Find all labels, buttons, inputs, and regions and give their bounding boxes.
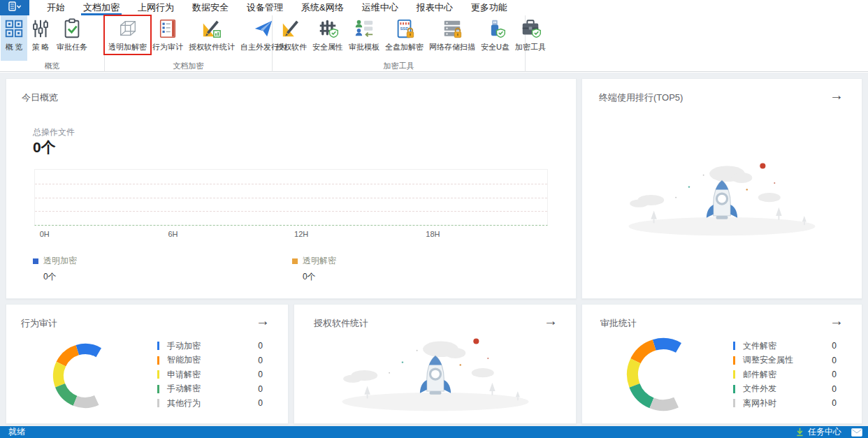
full-disk-crypt-icon: SSD xyxy=(394,18,415,39)
ribbon-item-label: 审批模板 xyxy=(349,42,379,52)
outgoing-behavior-icon xyxy=(253,18,274,39)
rocket-empty-state-illustration xyxy=(324,331,547,421)
legend-item: 离网补时0 xyxy=(733,399,837,407)
overview-grid-icon xyxy=(3,18,24,39)
ribbon-item[interactable]: 策 略 xyxy=(27,15,54,60)
task-center-button[interactable]: 任务中心 xyxy=(795,426,862,438)
legend-label: 离网补时 xyxy=(743,397,776,409)
ribbon-item[interactable]: 行为审计 xyxy=(150,15,186,60)
status-text: 就绪 xyxy=(8,426,25,438)
card-today-overview: 今日概览 总操作文件 0个 0H6H12H18H 透明加密0个透明解密0个 xyxy=(6,78,577,299)
security-attribute-icon xyxy=(317,18,338,39)
legend-label: 透明解密 xyxy=(303,255,336,267)
legend-swatch xyxy=(733,356,735,365)
legend-item: 其他行为0 xyxy=(157,399,263,407)
x-tick-label: 6H xyxy=(168,230,178,238)
svg-text:SSD: SSD xyxy=(400,27,408,31)
legend-item: 申请解密0 xyxy=(157,370,263,379)
task-center-label: 任务中心 xyxy=(808,426,841,438)
menu-tab-6[interactable]: 运维中心 xyxy=(353,0,407,15)
menu-tab-2[interactable]: 上网行为 xyxy=(129,0,183,15)
card-approval-stats: 审批统计 → 文件解密0调整安全属性0邮件解密0文件外发0离网补时0 xyxy=(581,304,862,424)
arrow-right-icon[interactable]: → xyxy=(830,87,844,103)
ribbon-item-label: 安全属性 xyxy=(312,42,343,52)
legend-item: 文件外发0 xyxy=(733,385,837,393)
mail-icon[interactable] xyxy=(851,428,862,437)
legend-swatch xyxy=(157,356,159,365)
legend-item: 文件解密0 xyxy=(733,342,837,350)
network-storage-scan-icon xyxy=(442,18,463,39)
ribbon-item-label: 行为审计 xyxy=(152,42,183,52)
legend-value: 0 xyxy=(258,356,263,365)
legend-label: 透明加密 xyxy=(43,255,77,267)
ribbon-item[interactable]: SSD全盘加解密 xyxy=(382,15,426,60)
app-menu-button[interactable] xyxy=(0,0,29,15)
ribbon-item[interactable]: 概 览 xyxy=(1,15,27,61)
menu-tab-5[interactable]: 系统&网络 xyxy=(292,0,353,15)
menu-tab-7[interactable]: 报表中心 xyxy=(407,0,462,15)
arrow-right-icon[interactable]: → xyxy=(256,313,270,328)
menu-tab-4[interactable]: 设备管理 xyxy=(238,0,292,15)
legend-value: 0 xyxy=(832,341,837,351)
legend-swatch xyxy=(733,370,735,379)
app-menu-icon xyxy=(7,1,22,14)
card-software-stats: 授权软件统计 → xyxy=(294,304,577,424)
legend-swatch xyxy=(157,385,159,393)
ribbon-item[interactable]: 网络存储扫描 xyxy=(426,15,478,60)
legend-item: 智能加密0 xyxy=(157,356,263,365)
legend-value: 0 xyxy=(832,356,837,365)
legend-value: 0 xyxy=(258,384,263,394)
legend-item: 调整安全属性0 xyxy=(733,356,837,365)
legend-label: 文件外发 xyxy=(743,383,776,395)
menu-tab-3[interactable]: 数据安全 xyxy=(183,0,238,15)
card-title: 今日概览 xyxy=(22,92,58,104)
policy-sliders-icon xyxy=(30,18,51,39)
today-line-chart xyxy=(34,169,548,226)
menu-tab-1[interactable]: 文档加密 xyxy=(74,0,129,15)
arrow-right-icon[interactable]: → xyxy=(830,313,844,328)
ribbon-item[interactable]: 透明加解密 xyxy=(106,15,150,60)
legend-label: 邮件解密 xyxy=(743,369,776,381)
legend-value: 0 xyxy=(258,341,263,351)
x-tick-label: 0H xyxy=(40,230,50,238)
ribbon-header: 开始文档加密上网行为数据安全设备管理系统&网络运维中心报表中心更多功能 概 览策… xyxy=(0,0,868,72)
menu-tab-0[interactable]: 开始 xyxy=(38,0,74,15)
ribbon-item[interactable]: 授权软件 xyxy=(273,15,310,60)
card-title: 终端使用排行(TOP5) xyxy=(599,92,683,104)
rocket-empty-state-illustration xyxy=(610,156,834,246)
approval-stats-donut-chart xyxy=(624,335,702,414)
ribbon-toolbar: 概 览策 略审批任务概览透明加解密行为审计授权软件统计自主外发行为文档加密授权软… xyxy=(0,15,868,72)
approval-template-icon xyxy=(354,18,375,39)
arrow-right-icon[interactable]: → xyxy=(544,313,558,328)
ribbon-item[interactable]: 安全属性 xyxy=(310,15,346,60)
legend-item: 手动加密0 xyxy=(157,342,263,350)
legend-item: 邮件解密0 xyxy=(733,370,837,379)
menu-tab-8[interactable]: 更多功能 xyxy=(462,0,516,15)
menu-tabs: 开始文档加密上网行为数据安全设备管理系统&网络运维中心报表中心更多功能 xyxy=(38,0,516,15)
chart-x-ticks: 0H6H12H18H xyxy=(34,230,548,240)
ribbon-item[interactable]: 审批任务 xyxy=(54,15,90,60)
legend-swatch xyxy=(157,342,159,350)
legend-swatch xyxy=(733,399,735,407)
legend-label: 手动加密 xyxy=(167,340,201,352)
secure-usb-icon xyxy=(484,18,505,39)
x-tick-label: 18H xyxy=(426,230,440,238)
legend-label: 智能加密 xyxy=(167,354,201,366)
ribbon-item[interactable]: 授权软件统计 xyxy=(186,15,238,60)
ribbon-item[interactable]: 审批模板 xyxy=(346,15,382,60)
ribbon-item-label: 透明加解密 xyxy=(108,42,147,52)
card-title: 行为审计 xyxy=(21,317,57,330)
crypt-toolbox-icon xyxy=(520,18,541,39)
legend-value: 0 xyxy=(832,384,837,394)
card-title: 授权软件统计 xyxy=(314,317,368,330)
status-bar: 就绪 任务中心 xyxy=(0,426,868,438)
legend-value: 0个 xyxy=(303,271,336,283)
ribbon-item[interactable]: 安全U盘 xyxy=(478,15,512,60)
ribbon-item[interactable]: 加密工具 xyxy=(512,15,549,60)
total-files-label: 总操作文件 xyxy=(33,126,75,138)
legend-item: 手动解密0 xyxy=(157,385,263,393)
approval-stats-legend: 文件解密0调整安全属性0邮件解密0文件外发0离网补时0 xyxy=(733,342,837,414)
chart-gridline xyxy=(35,211,547,212)
ribbon-group-label: 概览 xyxy=(0,61,104,72)
behavior-audit-legend: 手动加密0智能加密0申请解密0手动解密0其他行为0 xyxy=(157,342,263,414)
